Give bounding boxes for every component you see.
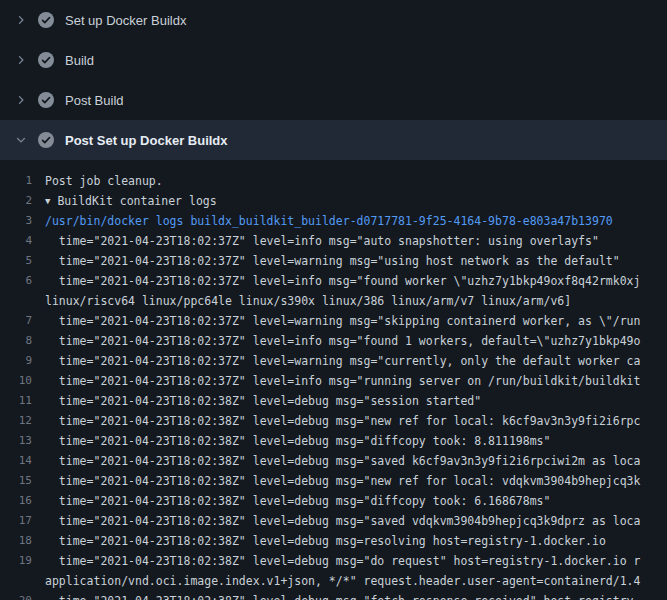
log-line-number[interactable]: 3 — [0, 211, 45, 231]
check-circle-icon — [38, 52, 54, 68]
log-line-text: Post job cleanup. — [45, 171, 163, 191]
log-line-text: application/vnd.oci.image.index.v1+json,… — [45, 571, 640, 591]
log-line: 10 time="2021-04-23T18:02:37Z" level=inf… — [0, 371, 667, 391]
log-line-number[interactable]: 8 — [0, 331, 45, 351]
log-line-text: time="2021-04-23T18:02:38Z" level=debug … — [45, 431, 550, 451]
log-lines: 1 Post job cleanup. 2 ▼ BuildKit contain… — [0, 160, 667, 600]
step-header[interactable]: Build — [0, 40, 667, 80]
log-line-number[interactable]: 1 — [0, 171, 45, 191]
log-line-number[interactable]: 19 — [0, 551, 45, 571]
log-line-text: time="2021-04-23T18:02:38Z" level=debug … — [45, 451, 640, 471]
log-line: 8 time="2021-04-23T18:02:37Z" level=info… — [0, 331, 667, 351]
log-line: 9 time="2021-04-23T18:02:37Z" level=warn… — [0, 351, 667, 371]
log-line: application/vnd.oci.image.index.v1+json,… — [0, 571, 667, 591]
log-line-text: time="2021-04-23T18:02:38Z" level=debug … — [45, 511, 640, 531]
log-line-number[interactable]: 10 — [0, 371, 45, 391]
log-line: 6 time="2021-04-23T18:02:37Z" level=info… — [0, 271, 667, 291]
log-line-number[interactable]: 4 — [0, 231, 45, 251]
log-line: 5 time="2021-04-23T18:02:37Z" level=warn… — [0, 251, 667, 271]
log-line: 2 ▼ BuildKit container logs — [0, 191, 667, 211]
group-toggle-icon[interactable]: ▼ — [45, 191, 50, 211]
chevron-icon[interactable] — [13, 12, 29, 28]
log-line: linux/riscv64 linux/ppc64le linux/s390x … — [0, 291, 667, 311]
log-line-text: time="2021-04-23T18:02:38Z" level=debug … — [45, 491, 550, 511]
log-line: 18 time="2021-04-23T18:02:38Z" level=deb… — [0, 531, 667, 551]
workflow-log-console: Set up Docker Buildx Build P — [0, 0, 667, 600]
log-line-text: time="2021-04-23T18:02:37Z" level=info m… — [45, 371, 640, 391]
log-line-text: time="2021-04-23T18:02:38Z" level=debug … — [45, 551, 640, 571]
log-line-number[interactable] — [0, 291, 45, 311]
step-header[interactable]: Set up Docker Buildx — [0, 0, 667, 40]
chevron-icon[interactable] — [13, 52, 29, 68]
check-circle-icon — [38, 12, 54, 28]
check-circle-icon — [38, 92, 54, 108]
log-line-number[interactable]: 2 — [0, 191, 45, 211]
step-label: Post Set up Docker Buildx — [65, 133, 228, 148]
log-line-text: time="2021-04-23T18:02:38Z" level=debug … — [45, 531, 606, 551]
log-line-number[interactable]: 20 — [0, 591, 45, 600]
step-header[interactable]: Post Set up Docker Buildx — [0, 120, 667, 160]
log-line-text: linux/riscv64 linux/ppc64le linux/s390x … — [45, 291, 571, 311]
log-line-number[interactable]: 9 — [0, 351, 45, 371]
log-line-number[interactable]: 13 — [0, 431, 45, 451]
log-line-number[interactable] — [0, 571, 45, 591]
chevron-icon[interactable] — [13, 92, 29, 108]
log-line-number[interactable]: 7 — [0, 311, 45, 331]
log-line-text: time="2021-04-23T18:02:37Z" level=warnin… — [45, 351, 640, 371]
log-line: 19 time="2021-04-23T18:02:38Z" level=deb… — [0, 551, 667, 571]
log-line-number[interactable]: 11 — [0, 391, 45, 411]
log-line: 12 time="2021-04-23T18:02:38Z" level=deb… — [0, 411, 667, 431]
steps-list: Set up Docker Buildx Build P — [0, 0, 667, 160]
log-line-text: /usr/bin/docker logs buildx_buildkit_bui… — [45, 211, 613, 231]
log-line: 11 time="2021-04-23T18:02:38Z" level=deb… — [0, 391, 667, 411]
log-line: 13 time="2021-04-23T18:02:38Z" level=deb… — [0, 431, 667, 451]
log-line: 1 Post job cleanup. — [0, 171, 667, 191]
log-line-number[interactable]: 15 — [0, 471, 45, 491]
log-line-number[interactable]: 17 — [0, 511, 45, 531]
log-line-text: BuildKit container logs — [57, 191, 216, 211]
log-line: 20 time="2021-04-23T18:02:38Z" level=deb… — [0, 591, 667, 600]
step-label: Build — [65, 53, 94, 68]
chevron-icon[interactable] — [13, 132, 29, 148]
log-line-text: time="2021-04-23T18:02:38Z" level=debug … — [45, 391, 481, 411]
step-header[interactable]: Post Build — [0, 80, 667, 120]
log-line-text: time="2021-04-23T18:02:37Z" level=info m… — [45, 331, 640, 351]
log-line: 4 time="2021-04-23T18:02:37Z" level=info… — [0, 231, 667, 251]
step-label: Post Build — [65, 93, 124, 108]
log-line: 16 time="2021-04-23T18:02:38Z" level=deb… — [0, 491, 667, 511]
log-line-text: time="2021-04-23T18:02:37Z" level=info m… — [45, 231, 599, 251]
log-line-number[interactable]: 16 — [0, 491, 45, 511]
log-line-text: time="2021-04-23T18:02:38Z" level=debug … — [45, 591, 634, 600]
log-line-number[interactable]: 12 — [0, 411, 45, 431]
log-line-text: time="2021-04-23T18:02:38Z" level=debug … — [45, 411, 640, 431]
log-line: 7 time="2021-04-23T18:02:37Z" level=warn… — [0, 311, 667, 331]
log-line-text: time="2021-04-23T18:02:38Z" level=debug … — [45, 471, 640, 491]
log-line: 15 time="2021-04-23T18:02:38Z" level=deb… — [0, 471, 667, 491]
log-line-number[interactable]: 18 — [0, 531, 45, 551]
log-line-number[interactable]: 5 — [0, 251, 45, 271]
log-line-number[interactable]: 14 — [0, 451, 45, 471]
log-line-text: time="2021-04-23T18:02:37Z" level=warnin… — [45, 311, 640, 331]
log-line-text: time="2021-04-23T18:02:37Z" level=warnin… — [45, 251, 620, 271]
check-circle-icon — [38, 132, 54, 148]
log-line-text: time="2021-04-23T18:02:37Z" level=info m… — [45, 271, 640, 291]
log-line-number[interactable]: 6 — [0, 271, 45, 291]
log-line: 14 time="2021-04-23T18:02:38Z" level=deb… — [0, 451, 667, 471]
step-label: Set up Docker Buildx — [65, 13, 186, 28]
log-line: 17 time="2021-04-23T18:02:38Z" level=deb… — [0, 511, 667, 531]
log-line: 3 /usr/bin/docker logs buildx_buildkit_b… — [0, 211, 667, 231]
